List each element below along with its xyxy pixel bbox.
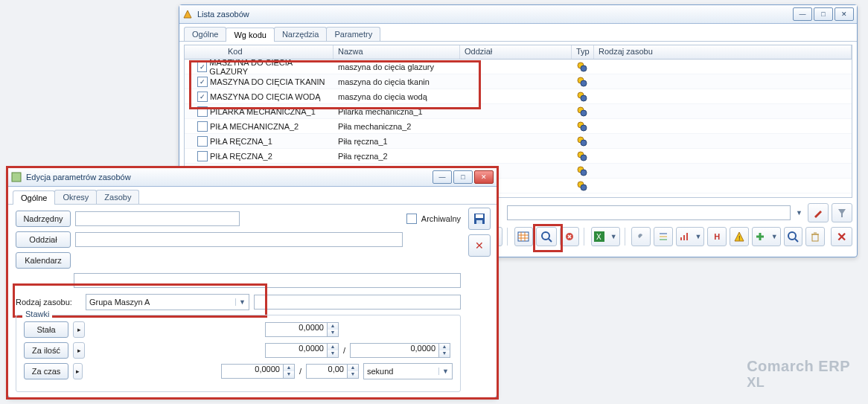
svg-rect-33 xyxy=(686,233,688,240)
type-icon xyxy=(576,121,588,132)
row-stala: Stała ▸ 0,0000 ▲▼ xyxy=(24,321,453,338)
close-button[interactable]: ✕ xyxy=(835,7,854,21)
col-kod[interactable]: Kod xyxy=(185,45,334,59)
stala-button[interactable]: Stała xyxy=(24,321,68,338)
desc-field[interactable] xyxy=(74,273,461,288)
row-rodzaj: Rodzaj zasobu: Grupa Maszyn A ▼ xyxy=(16,294,461,310)
nadrzedny-button[interactable]: Nadrzędny xyxy=(16,211,71,227)
oddzial-button[interactable]: Oddział xyxy=(16,231,71,248)
stawki-group: Stawki Stała ▸ 0,0000 ▲▼ Za ilość ▸ 0,00… xyxy=(16,315,461,392)
svg-text:!: ! xyxy=(738,234,741,242)
table-row[interactable]: ✓MASZYNA DO CIECIA GLAZURYmaszyna do cię… xyxy=(185,60,852,74)
row-oddzial: Oddział xyxy=(16,231,461,248)
table-row[interactable]: ✓MASZYNA DO CIĘCIA WODĄmaszyna do cięcia… xyxy=(185,89,852,104)
row-checkbox[interactable] xyxy=(197,121,208,132)
close-button[interactable]: ✕ xyxy=(474,170,494,184)
za-ilosc-a-value: 0,0000 xyxy=(265,343,327,358)
archiwalny-checkbox[interactable] xyxy=(406,214,417,224)
find-icon[interactable] xyxy=(536,227,557,246)
maximize-button[interactable]: □ xyxy=(814,7,833,21)
col-oddzial[interactable]: Oddział xyxy=(460,45,572,59)
row-kod: PIŁA MECHANICZNA_2 xyxy=(210,122,299,131)
za-ilosc-button[interactable]: Za ilość xyxy=(24,342,68,359)
tab-narzedzia[interactable]: Narzędzia xyxy=(274,27,328,41)
row-checkbox[interactable]: ✓ xyxy=(197,62,208,72)
col-rodzaj[interactable]: Rodzaj zasobu xyxy=(594,45,852,59)
tab-ogolne[interactable]: Ogólne xyxy=(13,190,55,205)
za-ilosc-b-spinner[interactable]: 0,0000 ▲▼ xyxy=(350,343,450,358)
za-czas-step[interactable]: ▸ xyxy=(73,363,83,379)
filter-funnel-icon[interactable] xyxy=(832,203,852,222)
svg-rect-31 xyxy=(680,237,682,240)
type-icon xyxy=(576,165,588,177)
row-nazwa: maszyna do cięcia glazury xyxy=(338,62,434,71)
row-checkbox[interactable]: ✓ xyxy=(197,77,208,87)
oddzial-field[interactable] xyxy=(75,232,403,247)
table-row[interactable]: PIŁA RĘCZNA_1Piła ręczna_1 xyxy=(185,134,852,149)
bars-icon[interactable]: ▼ xyxy=(676,227,705,246)
stala-step[interactable]: ▸ xyxy=(73,321,85,338)
maximize-button[interactable]: □ xyxy=(453,170,473,184)
filter-dropdown-arrow[interactable]: ▼ xyxy=(794,209,805,217)
svg-point-3 xyxy=(581,80,587,86)
table-icon[interactable] xyxy=(514,227,534,246)
row-checkbox[interactable]: ✓ xyxy=(197,92,208,102)
tab-wg-kodu[interactable]: Wg kodu xyxy=(226,28,274,42)
rodzaj-zasobu-combo[interactable]: Grupa Maszyn A ▼ xyxy=(86,294,249,310)
slash: / xyxy=(299,367,301,376)
filter-edit-icon[interactable] xyxy=(808,203,829,222)
row-checkbox[interactable] xyxy=(197,106,208,117)
svg-point-17 xyxy=(581,185,587,190)
col-typ[interactable]: Typ xyxy=(572,45,594,59)
trash-icon[interactable] xyxy=(805,227,825,246)
toolbar-sep xyxy=(507,228,510,246)
warning-icon[interactable]: ! xyxy=(730,227,749,246)
row-checkbox[interactable] xyxy=(197,151,208,161)
za-czas-a-spinner[interactable]: 0,0000 ▲▼ xyxy=(221,364,295,379)
col-nazwa[interactable]: Nazwa xyxy=(334,45,460,59)
row-kod: PIŁA RĘCZNA_1 xyxy=(210,137,272,146)
add-icon[interactable]: ▼ xyxy=(752,227,781,246)
stala-spinner[interactable]: 0,0000 ▲▼ xyxy=(265,322,339,337)
lines-icon[interactable] xyxy=(654,227,673,246)
tab-okresy[interactable]: Okresy xyxy=(54,190,97,204)
za-czas-b-spinner[interactable]: 0,00 ▲▼ xyxy=(306,364,359,379)
list-window-title: Lista zasobów xyxy=(197,10,793,19)
filter-input[interactable] xyxy=(507,205,791,220)
delete-button[interactable]: ✕ xyxy=(468,234,491,257)
minimize-button[interactable]: — xyxy=(793,7,812,21)
type-icon xyxy=(576,106,588,118)
search-icon[interactable] xyxy=(784,227,803,246)
tab-zasoby[interactable]: Zasoby xyxy=(96,190,139,204)
za-ilosc-a-spinner[interactable]: 0,0000 ▲▼ xyxy=(265,343,339,358)
kalendarz-button[interactable]: Kalendarz xyxy=(16,252,71,269)
type-icon xyxy=(576,76,588,88)
toolbar-sep xyxy=(625,228,628,246)
slash: / xyxy=(343,346,345,355)
window-buttons: — □ ✕ xyxy=(433,170,494,184)
svg-line-24 xyxy=(549,239,552,242)
table-row[interactable]: ✓MASZYNA DO CIĘCIA TKANINmaszyna do cięc… xyxy=(185,74,852,89)
row-checkbox[interactable] xyxy=(197,136,208,147)
nadrzedny-field[interactable] xyxy=(75,211,240,226)
table-row[interactable]: PIŁA MECHANICZNA_2Piła mechaniczna_2 xyxy=(185,119,852,134)
za-ilosc-step[interactable]: ▸ xyxy=(73,342,85,359)
wrench-icon[interactable] xyxy=(631,227,651,246)
cut-icon[interactable] xyxy=(560,227,579,246)
za-czas-button[interactable]: Za czas xyxy=(24,363,68,379)
tab-parametry[interactable]: Parametry xyxy=(326,27,380,41)
time-unit-combo[interactable]: sekund ▼ xyxy=(363,363,453,379)
tab-ogolne[interactable]: Ogólne xyxy=(184,27,226,41)
table-row[interactable]: PIŁA RĘCZNA_2Piła ręczna_2 xyxy=(185,149,852,164)
close-list-button[interactable]: ✕ xyxy=(831,227,852,246)
edit-window-title: Edycja parametrów zasobów xyxy=(26,173,433,182)
table-row[interactable]: PILARKA MECHANICZNA_1Pilarka mechaniczna… xyxy=(185,104,852,119)
rodzaj-extra-field[interactable] xyxy=(254,295,461,310)
row-nazwa: Pilarka mechaniczna_1 xyxy=(338,107,423,116)
excel-icon[interactable]: X▼ xyxy=(591,227,620,246)
row-desc xyxy=(74,273,461,288)
edit-window-titlebar: Edycja parametrów zasobów — □ ✕ xyxy=(8,168,497,187)
save-button[interactable] xyxy=(468,208,491,230)
minimize-button[interactable]: — xyxy=(433,170,452,184)
h-icon[interactable]: H xyxy=(707,227,727,246)
